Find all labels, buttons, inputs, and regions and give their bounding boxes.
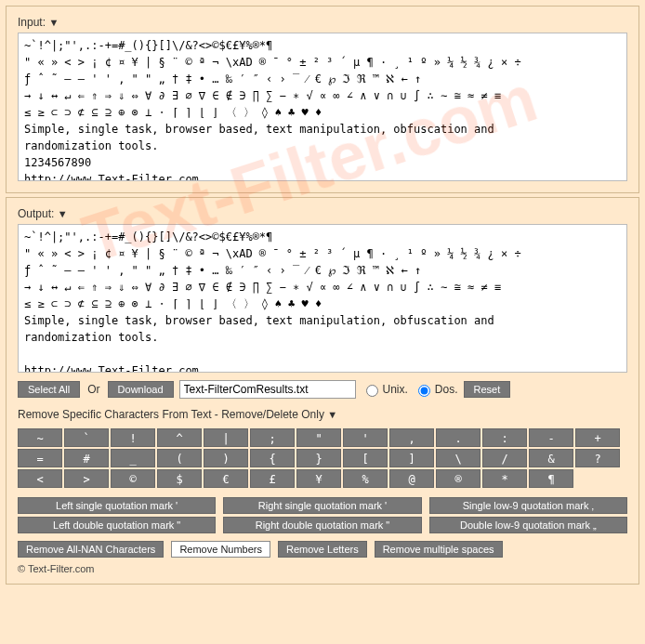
action-row: Remove All-NAN Characters Remove Numbers… — [18, 541, 627, 558]
char-button[interactable]: " — [296, 428, 341, 447]
char-button[interactable]: + — [575, 428, 620, 447]
char-button[interactable]: , — [389, 428, 434, 447]
reset-button[interactable]: Reset — [464, 381, 511, 398]
dos-radio-label[interactable]: Dos. — [414, 382, 458, 397]
remove-numbers-button[interactable]: Remove Numbers — [171, 541, 270, 558]
quote-button[interactable]: Right double quotation mark " — [223, 517, 421, 533]
char-button[interactable]: ; — [250, 428, 295, 447]
output-toolbar: Select All Or Download Unix. Dos. Reset — [18, 380, 627, 399]
quote-button[interactable]: Left single quotation mark ' — [18, 497, 216, 514]
section-dropdown-icon[interactable]: ▼ — [327, 409, 337, 420]
footer-copyright: © Text-Filter.com — [18, 563, 627, 574]
quote-row: Left single quotation mark 'Right single… — [18, 497, 627, 514]
char-button-grid: ~`!^|;"',.:-+=#_(){}[]\/&?<>©$€£¥%@®*¶ — [18, 428, 627, 488]
output-panel: Output: ▼ Select All Or Download Unix. D… — [6, 197, 639, 585]
section-title: Remove Specific Characters From Text - R… — [18, 408, 324, 421]
dos-radio[interactable] — [418, 385, 430, 397]
output-dropdown-icon[interactable]: ▼ — [58, 208, 68, 219]
char-button[interactable]: { — [250, 449, 295, 467]
remove-letters-button[interactable]: Remove Letters — [278, 541, 367, 558]
char-button[interactable]: # — [64, 449, 109, 467]
char-button[interactable]: - — [529, 428, 573, 447]
char-button[interactable]: & — [529, 449, 573, 467]
output-textarea[interactable] — [18, 224, 627, 373]
unix-radio[interactable] — [366, 385, 378, 397]
char-button[interactable]: € — [204, 469, 248, 488]
char-button[interactable]: / — [482, 449, 527, 467]
input-textarea[interactable] — [18, 33, 627, 181]
char-button[interactable]: : — [482, 428, 527, 447]
char-button[interactable]: | — [204, 428, 248, 447]
char-button[interactable]: ! — [111, 428, 155, 447]
char-button[interactable]: £ — [250, 469, 295, 488]
input-label: Input: — [18, 16, 46, 29]
char-button[interactable]: \ — [436, 449, 480, 467]
char-button[interactable]: > — [64, 469, 109, 488]
char-button[interactable]: ) — [204, 449, 248, 467]
output-label: Output: — [18, 207, 54, 220]
unix-radio-label[interactable]: Unix. — [362, 382, 408, 397]
quote-button[interactable]: Single low-9 quotation mark ‚ — [429, 497, 627, 514]
char-button[interactable]: © — [111, 469, 155, 488]
remove-spaces-button[interactable]: Remove multiple spaces — [375, 541, 503, 558]
char-button[interactable]: @ — [389, 469, 434, 488]
quote-row: Left double quotation mark "Right double… — [18, 517, 627, 533]
char-button[interactable]: ( — [157, 449, 202, 467]
or-text: Or — [87, 383, 99, 396]
char-button[interactable]: ] — [389, 449, 434, 467]
download-button[interactable]: Download — [108, 381, 174, 398]
char-button[interactable]: ' — [343, 428, 388, 447]
select-all-button[interactable]: Select All — [18, 381, 80, 398]
input-dropdown-icon[interactable]: ▼ — [48, 17, 59, 28]
quote-button[interactable]: Left double quotation mark " — [18, 517, 216, 533]
char-button[interactable]: % — [343, 469, 388, 488]
char-button[interactable]: . — [436, 428, 480, 447]
char-button[interactable]: _ — [111, 449, 155, 467]
remove-nan-button[interactable]: Remove All-NAN Characters — [18, 541, 164, 558]
char-button[interactable]: ^ — [157, 428, 202, 447]
char-button[interactable]: ? — [575, 449, 620, 467]
char-button[interactable]: < — [18, 469, 62, 488]
char-button[interactable]: [ — [343, 449, 388, 467]
filename-input[interactable] — [179, 380, 356, 399]
char-button[interactable]: ¶ — [529, 469, 573, 488]
quote-button[interactable]: Right single quotation mark ' — [223, 497, 421, 514]
char-button[interactable]: * — [482, 469, 527, 488]
char-button[interactable]: ` — [64, 428, 109, 447]
char-button[interactable]: ~ — [18, 428, 62, 447]
char-button[interactable]: ® — [436, 469, 480, 488]
input-panel: Input: ▼ — [6, 6, 639, 193]
char-button[interactable]: $ — [157, 469, 202, 488]
char-button[interactable]: ¥ — [296, 469, 341, 488]
char-button[interactable]: } — [296, 449, 341, 467]
char-button[interactable]: = — [18, 449, 62, 467]
quote-button[interactable]: Double low-9 quotation mark „ — [429, 517, 627, 533]
